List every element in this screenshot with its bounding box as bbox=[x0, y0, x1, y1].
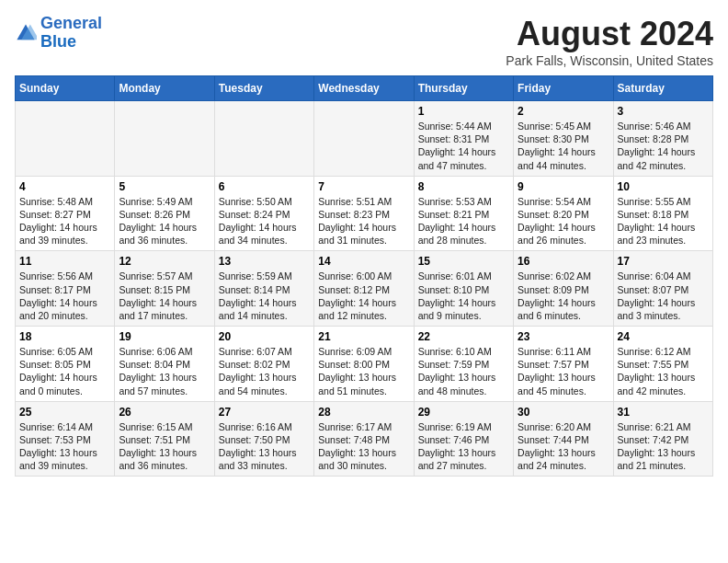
day-info: Sunset: 8:24 PM bbox=[219, 209, 290, 220]
day-cell: 27Sunrise: 6:16 AMSunset: 7:50 PMDayligh… bbox=[214, 401, 313, 477]
day-info: Daylight: 14 hours bbox=[19, 222, 97, 233]
day-cell: 23Sunrise: 6:11 AMSunset: 7:57 PMDayligh… bbox=[514, 327, 613, 402]
day-info: Sunset: 7:57 PM bbox=[518, 359, 589, 370]
day-cell: 14Sunrise: 6:00 AMSunset: 8:12 PMDayligh… bbox=[314, 251, 414, 327]
day-header-friday: Friday bbox=[514, 76, 613, 101]
day-info: Sunset: 8:00 PM bbox=[318, 359, 390, 370]
day-info: and 30 minutes. bbox=[318, 460, 387, 471]
day-info: Sunset: 7:53 PM bbox=[19, 434, 91, 445]
day-info: and 51 minutes. bbox=[318, 385, 387, 396]
day-info: Sunrise: 5:44 AM bbox=[418, 121, 492, 132]
day-number: 27 bbox=[219, 406, 310, 419]
day-info: and 17 minutes. bbox=[119, 310, 188, 321]
day-cell: 28Sunrise: 6:17 AMSunset: 7:48 PMDayligh… bbox=[314, 401, 414, 477]
day-number: 3 bbox=[618, 105, 709, 118]
day-number: 25 bbox=[19, 406, 110, 419]
day-info: Sunrise: 6:19 AM bbox=[418, 421, 492, 432]
day-number: 12 bbox=[119, 255, 210, 268]
day-header-tuesday: Tuesday bbox=[214, 76, 313, 101]
week-row-2: 11Sunrise: 5:56 AMSunset: 8:17 PMDayligh… bbox=[16, 251, 713, 327]
day-number: 20 bbox=[219, 330, 310, 343]
day-info: and 33 minutes. bbox=[219, 460, 288, 471]
day-info: and 28 minutes. bbox=[418, 235, 487, 246]
day-number: 13 bbox=[219, 255, 310, 268]
day-cell: 7Sunrise: 5:51 AMSunset: 8:23 PMDaylight… bbox=[314, 176, 414, 251]
day-info: Sunset: 8:21 PM bbox=[418, 209, 490, 220]
day-number: 6 bbox=[219, 180, 310, 193]
day-cell: 26Sunrise: 6:15 AMSunset: 7:51 PMDayligh… bbox=[115, 401, 214, 477]
day-number: 8 bbox=[418, 180, 509, 193]
day-info: Daylight: 14 hours bbox=[418, 146, 496, 157]
day-info: Daylight: 14 hours bbox=[518, 297, 596, 308]
day-info: and 21 minutes. bbox=[618, 460, 687, 471]
day-cell: 20Sunrise: 6:07 AMSunset: 8:02 PMDayligh… bbox=[214, 327, 313, 402]
calendar-body: 1Sunrise: 5:44 AMSunset: 8:31 PMDaylight… bbox=[16, 101, 713, 477]
day-info: Daylight: 14 hours bbox=[618, 222, 696, 233]
day-cell: 1Sunrise: 5:44 AMSunset: 8:31 PMDaylight… bbox=[414, 101, 513, 177]
day-info: Daylight: 14 hours bbox=[618, 146, 696, 157]
day-cell: 16Sunrise: 6:02 AMSunset: 8:09 PMDayligh… bbox=[514, 251, 613, 327]
week-row-4: 25Sunrise: 6:14 AMSunset: 7:53 PMDayligh… bbox=[16, 401, 713, 477]
day-number: 30 bbox=[518, 406, 609, 419]
day-info: Sunrise: 6:02 AM bbox=[518, 270, 591, 282]
calendar-title: August 2024 bbox=[506, 15, 713, 53]
day-cell: 3Sunrise: 5:46 AMSunset: 8:28 PMDaylight… bbox=[613, 101, 712, 177]
day-info: and 27 minutes. bbox=[418, 460, 487, 471]
day-info: Daylight: 14 hours bbox=[219, 297, 297, 308]
day-info: Daylight: 14 hours bbox=[418, 222, 496, 233]
day-info: Daylight: 13 hours bbox=[418, 372, 496, 383]
day-info: Sunrise: 5:53 AM bbox=[418, 196, 492, 207]
day-info: Sunset: 7:44 PM bbox=[518, 434, 589, 445]
day-info: Daylight: 14 hours bbox=[318, 222, 396, 233]
day-number: 31 bbox=[618, 406, 709, 419]
day-info: and 45 minutes. bbox=[518, 385, 586, 396]
day-number: 26 bbox=[119, 406, 210, 419]
day-info: Sunrise: 5:49 AM bbox=[119, 196, 192, 207]
day-cell: 18Sunrise: 6:05 AMSunset: 8:05 PMDayligh… bbox=[16, 327, 115, 402]
day-info: and 44 minutes. bbox=[518, 160, 586, 171]
day-info: Sunset: 8:15 PM bbox=[119, 284, 190, 295]
day-info: Daylight: 13 hours bbox=[119, 372, 197, 383]
day-header-wednesday: Wednesday bbox=[314, 76, 414, 101]
day-info: Sunrise: 5:57 AM bbox=[119, 270, 192, 282]
day-info: Daylight: 14 hours bbox=[19, 372, 97, 383]
day-info: Sunrise: 6:10 AM bbox=[418, 346, 492, 357]
day-info: Sunset: 7:51 PM bbox=[119, 434, 190, 445]
day-info: Sunset: 7:55 PM bbox=[618, 359, 689, 370]
day-info: Daylight: 13 hours bbox=[318, 372, 396, 383]
day-cell bbox=[16, 101, 115, 177]
logo-icon bbox=[15, 22, 37, 44]
day-info: Sunset: 8:27 PM bbox=[19, 209, 91, 220]
day-info: and 42 minutes. bbox=[618, 385, 687, 396]
day-info: Sunrise: 6:01 AM bbox=[418, 270, 492, 282]
day-info: Daylight: 14 hours bbox=[418, 297, 496, 308]
day-cell: 9Sunrise: 5:54 AMSunset: 8:20 PMDaylight… bbox=[514, 176, 613, 251]
day-info: and 6 minutes. bbox=[518, 310, 581, 321]
day-number: 18 bbox=[19, 330, 110, 343]
day-info: Sunset: 8:18 PM bbox=[618, 209, 689, 220]
day-info: Sunset: 8:23 PM bbox=[318, 209, 390, 220]
day-info: and 34 minutes. bbox=[219, 235, 288, 246]
day-cell: 19Sunrise: 6:06 AMSunset: 8:04 PMDayligh… bbox=[115, 327, 214, 402]
day-info: Sunrise: 6:06 AM bbox=[119, 346, 192, 357]
day-info: Sunset: 8:30 PM bbox=[518, 133, 589, 144]
day-info: and 3 minutes. bbox=[618, 310, 681, 321]
day-info: Sunset: 8:02 PM bbox=[219, 359, 290, 370]
day-info: Sunrise: 5:56 AM bbox=[19, 270, 93, 282]
day-header-sunday: Sunday bbox=[16, 76, 115, 101]
day-info: Daylight: 14 hours bbox=[518, 222, 596, 233]
day-info: Daylight: 14 hours bbox=[119, 222, 197, 233]
day-number: 15 bbox=[418, 255, 509, 268]
title-block: August 2024 Park Falls, Wisconsin, Unite… bbox=[506, 15, 713, 68]
header-row: SundayMondayTuesdayWednesdayThursdayFrid… bbox=[16, 76, 713, 101]
day-info: and 57 minutes. bbox=[119, 385, 188, 396]
logo: General Blue bbox=[15, 15, 102, 52]
day-info: Sunrise: 5:45 AM bbox=[518, 121, 591, 132]
day-number: 17 bbox=[618, 255, 709, 268]
day-info: Sunset: 7:59 PM bbox=[418, 359, 490, 370]
day-info: Daylight: 13 hours bbox=[318, 447, 396, 458]
day-info: Sunrise: 6:09 AM bbox=[318, 346, 392, 357]
day-info: and 39 minutes. bbox=[19, 460, 88, 471]
day-info: and 31 minutes. bbox=[318, 235, 387, 246]
day-info: Sunset: 7:42 PM bbox=[618, 434, 689, 445]
